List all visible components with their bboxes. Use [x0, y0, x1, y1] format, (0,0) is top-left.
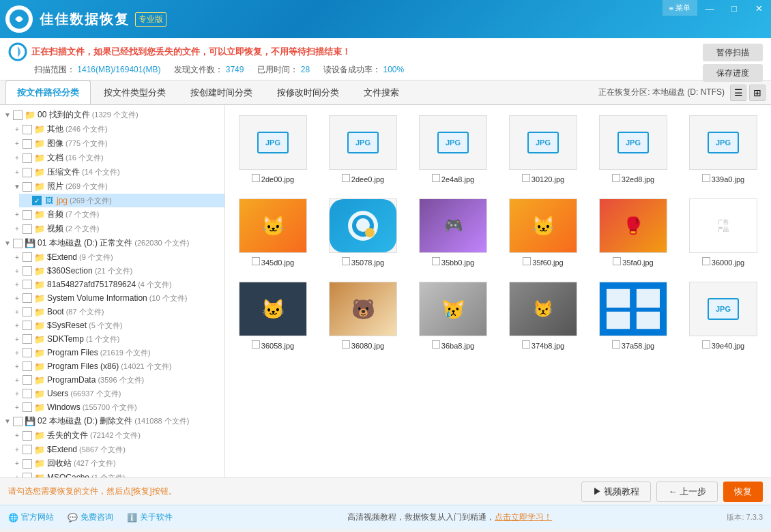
file-checkbox[interactable] [702, 340, 710, 349]
grid-view-button[interactable]: ⊞ [749, 85, 766, 101]
tree-node-sysreset[interactable]: + 📁 $SysReset (5 个文件) [10, 319, 224, 332]
file-item[interactable]: 🎮 35bb0.jpg [411, 194, 495, 271]
menu-button[interactable]: ≡ 菜单 [663, 0, 697, 16]
tree-node-image[interactable]: + 📁 图像 (775 个文件) [10, 136, 224, 151]
file-item[interactable]: JPG 2de00.jpg [231, 110, 315, 188]
tab-modify[interactable]: 按修改时间分类 [265, 80, 351, 104]
file-item[interactable]: 😾 374b8.jpg [501, 277, 585, 355]
consult-link[interactable]: 💬 免费咨询 [68, 512, 113, 523]
minimize-button[interactable]: — [697, 0, 722, 16]
tree-node-photo[interactable]: ▼ 📁 照片 (269 个文件) [10, 179, 224, 194]
maximize-button[interactable]: □ [722, 0, 746, 16]
tree-node-01[interactable]: ▼ 💾 01 本地磁盘 (D:) 正常文件 (262030 个文件) [0, 236, 224, 250]
file-item[interactable]: JPG 32ed8.jpg [591, 110, 675, 188]
tree-node-360sec[interactable]: + 📁 $360Section (21 个文件) [10, 264, 224, 278]
tree-node-msocache[interactable]: + 📁 MSOCache (1 个文件) [10, 471, 224, 477]
tree-node-jpg[interactable]: ✓ 🖼 jpg (269 个文件) [19, 194, 224, 207]
tree-node-lost[interactable]: + 📁 丢失的文件 (72142 个文件) [10, 428, 224, 443]
prev-step-button[interactable]: ← 上一步 [656, 482, 718, 502]
check-progdata[interactable] [23, 375, 32, 385]
check-jpg[interactable]: ✓ [32, 196, 42, 205]
file-item[interactable]: 35078.jpg [321, 194, 405, 271]
check-lost[interactable] [23, 431, 32, 441]
check-extend[interactable] [23, 252, 32, 262]
file-checkbox[interactable] [432, 174, 440, 182]
check-windows[interactable] [23, 402, 32, 412]
save-progress-button[interactable]: 保存进度 [703, 64, 763, 82]
tab-create[interactable]: 按创建时间分类 [179, 80, 264, 104]
recover-button[interactable]: 恢复 [723, 482, 763, 502]
tree-node-zip[interactable]: + 📁 压缩文件 (14 个文件) [10, 165, 224, 179]
tree-node-video[interactable]: + 📁 视频 (2 个文件) [10, 222, 224, 236]
check-01[interactable] [13, 239, 23, 248]
file-item[interactable]: JPG 2e4a8.jpg [411, 110, 495, 188]
check-sysreset[interactable] [23, 321, 32, 330]
file-checkbox[interactable] [702, 174, 710, 182]
close-button[interactable]: ✕ [746, 0, 771, 16]
tree-node-progfiles[interactable]: + 📁 Program Files (21619 个文件) [10, 346, 224, 359]
check-progfilesx86[interactable] [23, 361, 32, 371]
file-item[interactable]: 🐱 345d0.jpg [231, 194, 315, 271]
tree-node-users[interactable]: + 📁 Users (66937 个文件) [10, 387, 224, 400]
tree-node-00[interactable]: ▼ 📁 00 找到的文件 (1329 个文件) [0, 108, 224, 122]
file-item[interactable]: JPG 30120.jpg [501, 110, 585, 188]
file-checkbox[interactable] [522, 340, 530, 349]
pause-scan-button[interactable]: 暂停扫描 [703, 44, 763, 61]
file-checkbox[interactable] [522, 174, 530, 182]
check-progfiles[interactable] [23, 348, 32, 357]
tab-type[interactable]: 按文件类型分类 [92, 80, 177, 104]
tree-node-sysvolinfo[interactable]: + 📁 System Volume Information (10 个文件) [10, 291, 224, 305]
tree-node-extend[interactable]: + 📁 $Extend (9 个文件) [10, 250, 224, 264]
file-item[interactable]: JPG 39e40.jpg [681, 277, 766, 355]
tree-node-02[interactable]: ▼ 💾 02 本地磁盘 (D:) 删除文件 (141088 个文件) [0, 414, 224, 428]
tree-node-progfilesx86[interactable]: + 📁 Program Files (x86) (14021 个文件) [10, 359, 224, 373]
tab-path[interactable]: 按文件路径分类 [5, 80, 91, 104]
check-audio[interactable] [23, 210, 32, 220]
tree-node-extend2[interactable]: + 📁 $Extend (5867 个文件) [10, 443, 224, 456]
tree-node-hash[interactable]: + 📁 81a54827afd751789624 (4 个文件) [10, 278, 224, 291]
check-image[interactable] [23, 139, 32, 149]
about-link[interactable]: ℹ️ 关于软件 [127, 512, 173, 523]
tree-node-sdktemp[interactable]: + 📁 SDKTemp (1 个文件) [10, 332, 224, 346]
tree-node-progdata[interactable]: + 📁 ProgramData (3596 个文件) [10, 373, 224, 387]
check-360sec[interactable] [23, 266, 32, 276]
check-hash[interactable] [23, 280, 32, 289]
file-checkbox[interactable] [342, 174, 350, 182]
tab-search[interactable]: 文件搜索 [352, 80, 411, 104]
file-checkbox[interactable] [342, 340, 350, 349]
tree-node-doc[interactable]: + 📁 文档 (16 个文件) [10, 151, 224, 165]
file-checkbox[interactable] [342, 257, 350, 265]
file-checkbox[interactable] [523, 257, 531, 265]
file-checkbox[interactable] [612, 174, 620, 182]
check-sdktemp[interactable] [23, 334, 32, 344]
file-item[interactable]: 37a58.jpg [591, 277, 675, 355]
file-item[interactable]: 🐱 35f60.jpg [501, 194, 585, 271]
check-video[interactable] [23, 224, 32, 234]
file-checkbox[interactable] [612, 340, 620, 349]
file-item[interactable]: JPG 2dee0.jpg [321, 110, 405, 188]
file-checkbox[interactable] [702, 257, 710, 265]
file-checkbox[interactable] [252, 257, 260, 265]
file-item[interactable]: 广告产品 36000.jpg [681, 194, 766, 271]
check-other[interactable] [23, 125, 32, 134]
file-item[interactable]: 🐻 36080.jpg [321, 277, 405, 355]
tree-node-audio[interactable]: + 📁 音频 (7 个文件) [10, 207, 224, 222]
file-item[interactable]: JPG 339a0.jpg [681, 110, 766, 188]
file-checkbox[interactable] [252, 174, 260, 182]
file-item[interactable]: 🥊 35fa0.jpg [591, 194, 675, 271]
file-checkbox[interactable] [613, 257, 621, 265]
file-item[interactable]: 😿 36ba8.jpg [411, 277, 495, 355]
check-00[interactable] [13, 110, 23, 120]
list-view-button[interactable]: ☰ [730, 85, 746, 101]
video-tutorial-button[interactable]: ▶ 视频教程 [581, 482, 652, 502]
check-msocache[interactable] [23, 473, 32, 477]
tree-node-other[interactable]: + 📁 其他 (246 个文件) [10, 122, 224, 136]
check-recycle[interactable] [23, 459, 32, 469]
promo-link[interactable]: 点击立即学习！ [495, 512, 552, 522]
tree-node-windows[interactable]: + 📁 Windows (155700 个文件) [10, 400, 224, 414]
tree-node-boot[interactable]: + 📁 Boot (87 个文件) [10, 305, 224, 319]
check-users[interactable] [23, 389, 32, 398]
check-zip[interactable] [23, 168, 32, 177]
tree-node-recycle[interactable]: + 📁 回收站 (427 个文件) [10, 456, 224, 471]
file-checkbox[interactable] [252, 340, 260, 349]
